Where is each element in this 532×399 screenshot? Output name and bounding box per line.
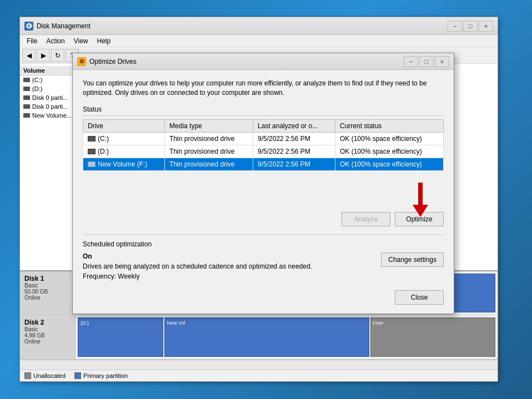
disk-mgmt-minimize-btn[interactable]: − [448,21,462,32]
drive-d-icon [88,149,96,154]
col-current-status: Current status [335,119,443,132]
disk-mgmt-title: Disk Management [37,22,91,30]
title-bar-left: 💽 Disk Management [24,22,91,31]
arrow-head [413,205,428,217]
legend-primary-label: Primary partition [83,372,128,379]
disk2-type: Basic [24,326,71,332]
drive-d-media: Thin provisioned drive [165,145,253,158]
drive-c-analyzed: 9/5/2022 2:56 PM [253,132,335,145]
disk2-name: Disk 2 [24,319,71,326]
dialog-title-left: ⚙ Optimize Drives [77,57,137,66]
optimize-dialog-icon: ⚙ [77,57,86,66]
disk-mgmt-window-buttons: − □ × [448,21,493,32]
disk1-type: Basic [24,282,71,289]
drive-c-icon [88,136,96,142]
disk-mgmt-close-btn[interactable]: × [479,21,493,32]
drive-d-name: (D:) [83,145,165,158]
scheduled-section: Scheduled optimization On Drives are bei… [83,234,444,280]
drive-f-analyzed: 9/5/2022 2:56 PM [253,158,335,170]
drive-table: Drive Media type Last analyzed or o... C… [83,119,444,171]
vol-icon-disk0a [23,95,30,100]
disk2-label: Disk 2 Basic 4.98 GB Online [20,315,76,358]
disk1-name: Disk 1 [24,275,71,282]
legend-unallocated: Unallocated [24,372,66,379]
table-row-d[interactable]: (D:) Thin provisioned drive 9/5/2022 2:5… [83,145,444,158]
disk-mgmt-icon: 💽 [24,22,33,31]
red-arrow [413,183,428,217]
scheduled-info: On Drives are being analyzed on a schedu… [83,252,312,280]
toolbar-forward-btn[interactable]: ▶ [37,49,50,62]
dialog-description: You can optimize your drives to help you… [83,79,444,98]
scheduled-desc: Drives are being analyzed on a scheduled… [83,262,312,270]
dialog-minimize-btn[interactable]: − [404,56,418,67]
drive-f-status: OK (100% space efficiency) [335,158,443,170]
table-row-f[interactable]: New Volume (F:) Thin provisioned drive 9… [83,158,444,170]
dialog-maximize-btn[interactable]: □ [419,56,434,67]
dialog-body: You can optimize your drives to help you… [73,70,454,314]
close-button-row: Close [83,290,444,305]
menu-view[interactable]: View [69,36,93,46]
bottom-scrollbar[interactable] [20,360,498,370]
legend-primary: Primary partition [74,372,128,379]
vol-icon-c [23,78,30,82]
scheduled-status: On [83,252,312,260]
drive-f-icon [88,161,96,167]
analyze-button[interactable]: Analyze [342,212,390,226]
vol-icon-newvol [23,113,30,118]
drive-d-status: OK (100% space efficiency) [335,145,443,158]
arrow-shaft [418,183,423,205]
disk-mgmt-maximize-btn[interactable]: □ [463,21,478,32]
legend-unallocated-swatch [24,372,31,379]
disk2-partition2[interactable]: New Vol [164,317,369,356]
disk1-status: Online [24,295,71,301]
drive-d-analyzed: 9/5/2022 2:56 PM [253,145,335,158]
menu-help[interactable]: Help [93,36,116,46]
legend-primary-swatch [74,372,81,379]
scheduled-freq: Frequency: Weekly [83,272,312,280]
drive-c-media: Thin provisioned drive [165,132,253,145]
change-settings-button[interactable]: Change settings [381,252,444,267]
status-section-label: Status [83,105,444,116]
disk2-size: 4.98 GB [24,332,71,339]
action-buttons-row: Analyze Optimize [83,212,444,226]
toolbar-refresh-btn[interactable]: ↻ [51,49,64,62]
close-button[interactable]: Close [395,290,444,305]
dialog-window-buttons: − □ × [404,56,449,67]
col-media-type: Media type [165,119,253,132]
scheduled-row: On Drives are being analyzed on a schedu… [83,252,444,280]
drive-c-name: (C:) [83,132,165,145]
disk2-status: Online [24,339,71,345]
vol-icon-disk0b [23,104,30,109]
toolbar-back-btn[interactable]: ◀ [22,49,36,62]
menu-bar: File Action View Help [20,35,498,47]
disk1-size: 50.00 GB [24,289,71,295]
drive-f-media: Thin provisioned drive [165,158,253,170]
drive-f-name: New Volume (F:) [83,158,165,170]
col-drive: Drive [83,119,165,132]
dialog-title: Optimize Drives [89,58,137,65]
arrow-container [83,179,444,212]
drive-c-status: OK (100% space efficiency) [335,132,443,145]
disk2-partition1[interactable]: (D:) [78,317,163,356]
optimize-dialog: ⚙ Optimize Drives − □ × You can optimize… [72,53,454,314]
disk2-unalloc[interactable]: Free [370,317,495,356]
table-row-c[interactable]: (C:) Thin provisioned drive 9/5/2022 2:5… [83,132,444,145]
disk1-label: Disk 1 Basic 50.00 GB Online [20,271,76,315]
scheduled-header: Scheduled optimization [83,240,444,248]
legend-bar: Unallocated Primary partition [20,370,498,381]
legend-unallocated-label: Unallocated [33,372,66,379]
vol-icon-d [23,87,30,91]
disk2-row: Disk 2 Basic 4.98 GB Online (D:) New Vol… [20,315,498,359]
disk2-partitions: (D:) New Vol Free [76,315,498,358]
disk-mgmt-title-bar: 💽 Disk Management − □ × [20,17,498,35]
menu-file[interactable]: File [22,36,42,46]
dialog-title-bar: ⚙ Optimize Drives − □ × [73,53,454,70]
col-last-analyzed: Last analyzed or o... [253,119,335,132]
dialog-close-btn[interactable]: × [435,56,449,67]
menu-action[interactable]: Action [42,36,69,46]
